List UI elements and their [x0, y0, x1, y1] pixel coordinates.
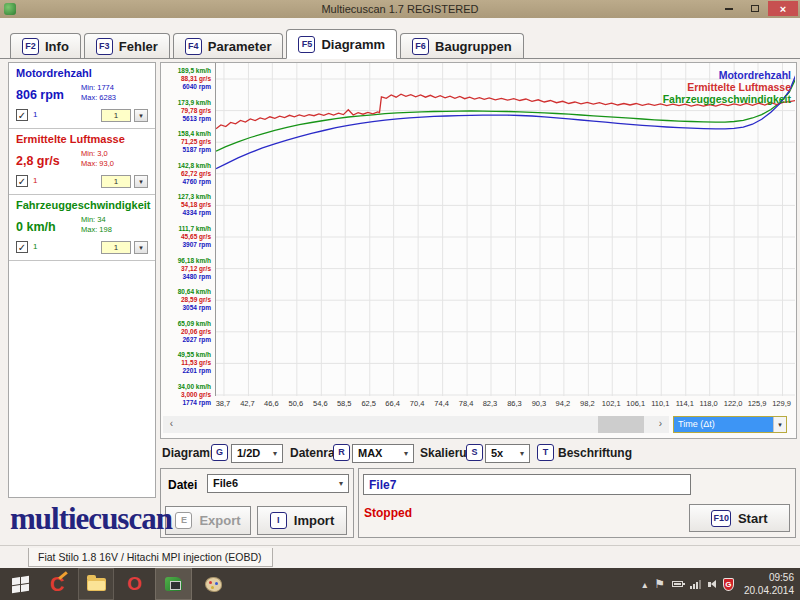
ccleaner-taskbar-icon[interactable]: C — [42, 568, 72, 600]
parameter-value: 806 rpm — [16, 88, 64, 102]
parameter-checkbox[interactable]: ✓ — [16, 175, 28, 187]
tab-baugruppen[interactable]: F6Baugruppen — [400, 33, 524, 58]
parameter-max: Max: 198 — [81, 225, 112, 235]
y-axis-label-group: 34,00 km/h3,000 gr/s1774 rpm — [161, 383, 211, 407]
parameter-scale-select[interactable]: 1 — [101, 241, 131, 254]
close-button[interactable]: × — [768, 1, 798, 16]
hidden-icons-arrow-icon[interactable]: ▴ — [642, 579, 647, 590]
clock-date: 20.04.2014 — [744, 584, 794, 597]
tab-info[interactable]: F2Info — [10, 33, 81, 58]
chart-h-scrollbar[interactable] — [163, 416, 669, 433]
scrollbar-thumb[interactable] — [598, 416, 644, 433]
tab-key-badge: F6 — [412, 38, 429, 55]
parameter-value: 2,8 gr/s — [16, 154, 60, 168]
parameter-scale-select[interactable]: 1 — [101, 175, 131, 188]
network-signal-icon[interactable] — [690, 579, 701, 589]
start-button[interactable]: F10 Start — [689, 504, 790, 532]
tab-fehler[interactable]: F3Fehler — [84, 33, 170, 58]
datei-label: Datei — [168, 478, 197, 492]
tab-key-badge: F2 — [22, 38, 39, 55]
battery-icon[interactable] — [672, 581, 683, 587]
parameter-minmax: Min: 34Max: 198 — [81, 215, 112, 235]
y-tick-rpm: 2627 rpm — [161, 336, 211, 344]
y-tick-kmh: 49,55 km/h — [161, 351, 211, 359]
chevron-down-icon: ▾ — [268, 445, 282, 462]
datei-select[interactable]: File6▾ — [207, 474, 349, 493]
start-key-badge: F10 — [711, 510, 731, 527]
parameter-minmax: Min: 3,0Max: 93,0 — [81, 149, 114, 169]
chevron-down-icon[interactable]: ▾ — [134, 241, 148, 254]
tab-label: Info — [45, 39, 69, 54]
legend-1: Motordrehzahl — [719, 69, 791, 81]
taskbar-clock[interactable]: 09:56 20.04.2014 — [744, 571, 794, 597]
y-tick-rpm: 6040 rpm — [161, 83, 211, 91]
y-tick-kmh: 189,5 km/h — [161, 67, 211, 75]
parameter-minmax: Min: 1774Max: 6283 — [81, 83, 116, 103]
parameter-sidebar: Motordrehzahl806 rpmMin: 1774Max: 6283✓1… — [8, 62, 156, 498]
tab-parameter[interactable]: F4Parameter — [173, 33, 284, 58]
legend-2: Ermittelte Luftmasse — [687, 81, 791, 93]
parameter-card: Motordrehzahl806 rpmMin: 1774Max: 6283✓1… — [9, 63, 155, 129]
datenrate-select[interactable]: MAX▾ — [352, 444, 414, 463]
chart-panel: ‹ › Time (Δt) ▾ 189,5 km/h88,31 gr/s6040… — [160, 62, 797, 439]
y-axis-label-group: 49,55 km/h11,53 gr/s2201 rpm — [161, 351, 211, 375]
y-tick-grs: 79,78 gr/s — [161, 107, 211, 115]
parameter-min: Min: 34 — [81, 215, 112, 225]
tab-key-badge: F5 — [298, 36, 315, 53]
start-label: Start — [738, 511, 768, 526]
y-tick-kmh: 142,8 km/h — [161, 162, 211, 170]
start-menu-button[interactable] — [0, 568, 40, 600]
datei-select-value: File6 — [208, 475, 334, 492]
time-axis-select[interactable]: Time (Δt) ▾ — [673, 416, 787, 433]
gdata-shield-icon[interactable]: G — [723, 578, 734, 591]
scroll-right-button[interactable]: › — [652, 416, 669, 433]
paint-taskbar-icon[interactable] — [196, 568, 230, 600]
minimize-button[interactable] — [716, 1, 742, 16]
skalierung-select-value: 5x — [486, 445, 515, 462]
skalierung-key-badge: S — [466, 444, 483, 461]
tab-label: Fehler — [119, 39, 158, 54]
y-tick-grs: 11,53 gr/s — [161, 359, 211, 367]
file-explorer-taskbar-icon[interactable] — [78, 568, 114, 600]
x-tick-label: 129,9 — [766, 399, 798, 408]
chevron-down-icon[interactable]: ▾ — [134, 175, 148, 188]
export-label: Export — [199, 513, 240, 528]
y-tick-grs: 37,12 gr/s — [161, 265, 211, 273]
parameter-channel: 1 — [33, 110, 37, 119]
diagramme-select[interactable]: 1/2D▾ — [231, 444, 283, 463]
taskbar: C O ▴ ⚑ G 09:56 20.04.2014 — [0, 568, 800, 600]
export-button[interactable]: E Export — [165, 506, 251, 535]
tab-label: Parameter — [208, 39, 272, 54]
title-bar: Multiecuscan 1.7 REGISTERED × — [0, 0, 800, 18]
tab-diagramm[interactable]: F5Diagramm — [286, 29, 397, 59]
action-center-flag-icon[interactable]: ⚑ — [654, 577, 665, 591]
opera-taskbar-icon[interactable]: O — [118, 568, 151, 600]
parameter-value: 0 km/h — [16, 220, 56, 234]
y-axis-label-group: 142,8 km/h62,72 gr/s4760 rpm — [161, 162, 211, 186]
scroll-left-button[interactable]: ‹ — [163, 416, 180, 433]
chart-plot[interactable] — [215, 63, 795, 396]
chevron-down-icon[interactable]: ▾ — [134, 109, 148, 122]
close-icon: × — [780, 3, 786, 15]
paint-palette-icon — [205, 577, 222, 592]
file-group-right: File7 Stopped F10 Start — [358, 468, 796, 538]
y-tick-kmh: 127,3 km/h — [161, 193, 211, 201]
parameter-checkbox[interactable]: ✓ — [16, 241, 28, 253]
y-axis-label-group: 127,3 km/h54,18 gr/s4334 rpm — [161, 193, 211, 217]
volume-icon[interactable] — [708, 580, 716, 588]
parameter-name: Ermittelte Luftmasse — [16, 133, 148, 145]
parameter-checkbox[interactable]: ✓ — [16, 109, 28, 121]
multiecuscan-taskbar-icon[interactable] — [155, 568, 192, 600]
opera-icon: O — [127, 573, 142, 595]
import-button[interactable]: I Import — [257, 506, 347, 535]
parameter-scale-select[interactable]: 1 — [101, 109, 131, 122]
skalierung-select[interactable]: 5x▾ — [485, 444, 530, 463]
diagramme-key-badge: G — [211, 444, 228, 461]
datenrate-select-value: MAX — [353, 445, 399, 462]
y-tick-grs: 54,18 gr/s — [161, 201, 211, 209]
y-tick-grs: 28,59 gr/s — [161, 296, 211, 304]
y-tick-rpm: 5613 rpm — [161, 115, 211, 123]
maximize-button[interactable] — [742, 1, 768, 16]
filename-input[interactable]: File7 — [363, 474, 691, 495]
y-axis-label-group: 65,09 km/h20,06 gr/s2627 rpm — [161, 320, 211, 344]
